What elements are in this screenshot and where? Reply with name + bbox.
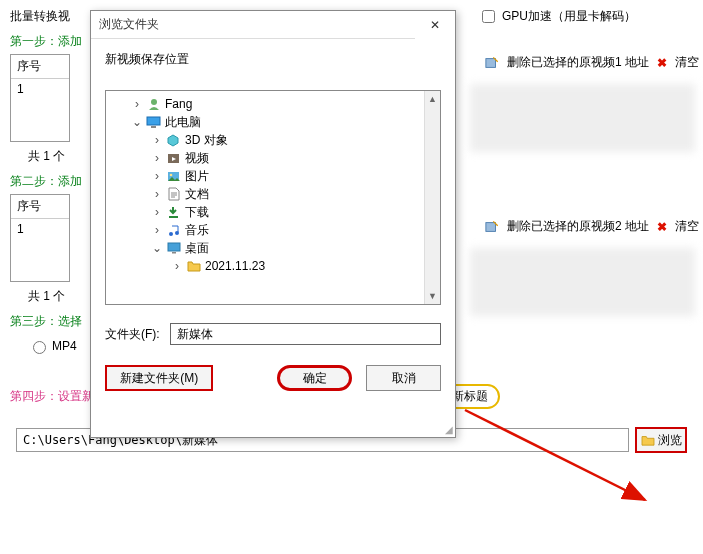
cancel-button[interactable]: 取消	[366, 365, 441, 391]
tree-node-music[interactable]: 音乐	[185, 222, 209, 239]
folder-name-input[interactable]	[170, 323, 441, 345]
gpu-checkbox[interactable]	[482, 10, 495, 23]
format-mp4-label: MP4	[52, 339, 77, 353]
document-icon	[166, 187, 181, 202]
expand-icon[interactable]: ›	[152, 205, 162, 219]
close-icon: ✕	[430, 18, 440, 32]
svg-rect-0	[486, 58, 496, 67]
expand-icon[interactable]: ›	[132, 97, 142, 111]
delete-video1-link[interactable]: 删除已选择的原视频1 地址	[507, 54, 649, 71]
tree-node-video[interactable]: 视频	[185, 150, 209, 167]
folder-field-label: 文件夹(F):	[105, 326, 160, 343]
svg-rect-4	[147, 117, 160, 125]
pc-icon	[146, 115, 161, 130]
browse-button[interactable]: 浏览	[635, 427, 687, 453]
clear-icon: ✖	[657, 56, 667, 70]
expand-icon[interactable]: ›	[152, 133, 162, 147]
ok-button[interactable]: 确定	[277, 365, 352, 391]
browse-folder-dialog: 浏览文件夹 ✕ 新视频保存位置 ›Fang ⌄此电脑 ›3D 对象 ›视频 ›图…	[90, 10, 456, 438]
svg-point-8	[170, 173, 173, 176]
tree-node-date[interactable]: 2021.11.23	[205, 259, 265, 273]
tree-node-desktop[interactable]: 桌面	[185, 240, 209, 257]
tree-node-dl[interactable]: 下载	[185, 204, 209, 221]
expand-icon[interactable]: ›	[172, 259, 182, 273]
svg-rect-1	[486, 222, 496, 231]
svg-rect-12	[168, 243, 180, 251]
cube-icon	[166, 133, 181, 148]
gpu-label: GPU加速（用显卡解码）	[502, 8, 636, 25]
dialog-subtitle: 新视频保存位置	[105, 51, 441, 68]
collapse-icon[interactable]: ⌄	[132, 115, 142, 129]
clear2-link[interactable]: 清空	[675, 218, 699, 235]
folder-tree[interactable]: ›Fang ⌄此电脑 ›3D 对象 ›视频 ›图片 ›文档 ›下载 ›音乐 ⌄桌…	[105, 90, 441, 305]
list1-row1[interactable]: 1	[11, 79, 69, 99]
delete-icon	[485, 56, 499, 70]
close-button[interactable]: ✕	[415, 11, 455, 39]
picture-icon	[166, 169, 181, 184]
list2-row1[interactable]: 1	[11, 219, 69, 239]
folder-icon	[186, 259, 201, 274]
col-seq: 序号	[17, 58, 41, 75]
expand-icon[interactable]: ›	[152, 169, 162, 183]
resize-grip-icon[interactable]: ◢	[445, 424, 453, 435]
format-mp4-radio[interactable]	[33, 341, 46, 354]
svg-point-3	[151, 99, 157, 105]
new-folder-button[interactable]: 新建文件夹(M)	[105, 365, 213, 391]
svg-point-11	[175, 231, 179, 235]
user-icon	[146, 97, 161, 112]
svg-line-2	[465, 410, 645, 500]
tree-node-pic[interactable]: 图片	[185, 168, 209, 185]
tree-node-doc[interactable]: 文档	[185, 186, 209, 203]
scroll-up-icon[interactable]: ▲	[425, 91, 440, 107]
clear-icon: ✖	[657, 220, 667, 234]
music-icon	[166, 223, 181, 238]
tree-node-fang[interactable]: Fang	[165, 97, 192, 111]
annotation-arrow	[455, 400, 655, 510]
folder-icon	[641, 434, 655, 446]
col-seq-2: 序号	[17, 198, 41, 215]
video-icon	[166, 151, 181, 166]
tree-node-pc[interactable]: 此电脑	[165, 114, 201, 131]
tree-scrollbar[interactable]: ▲ ▼	[424, 91, 440, 304]
svg-rect-13	[172, 252, 176, 254]
clear1-link[interactable]: 清空	[675, 54, 699, 71]
svg-rect-5	[151, 126, 156, 128]
desktop-icon	[166, 241, 181, 256]
scroll-down-icon[interactable]: ▼	[425, 288, 440, 304]
svg-point-10	[169, 232, 173, 236]
expand-icon[interactable]: ›	[152, 151, 162, 165]
expand-icon[interactable]: ›	[152, 187, 162, 201]
tree-node-3d[interactable]: 3D 对象	[185, 132, 228, 149]
collapse-icon[interactable]: ⌄	[152, 241, 162, 255]
batch-label: 批量转换视	[10, 9, 70, 23]
svg-rect-9	[169, 216, 178, 218]
delete-icon	[485, 220, 499, 234]
download-icon	[166, 205, 181, 220]
dialog-title: 浏览文件夹	[99, 16, 159, 33]
expand-icon[interactable]: ›	[152, 223, 162, 237]
browse-label: 浏览	[658, 432, 682, 449]
delete-video2-link[interactable]: 删除已选择的原视频2 地址	[507, 218, 649, 235]
